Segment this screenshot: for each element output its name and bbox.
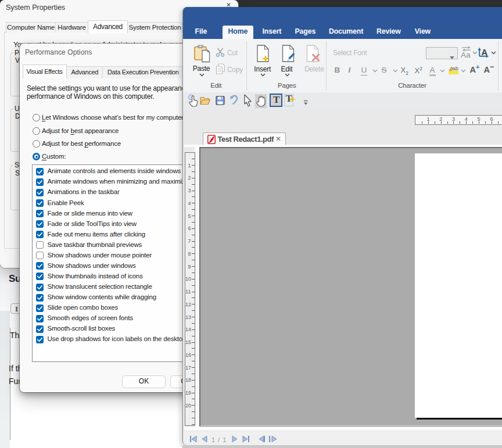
svg-text:ab: ab: [453, 66, 458, 71]
svg-text:Aa: Aa: [461, 51, 471, 59]
